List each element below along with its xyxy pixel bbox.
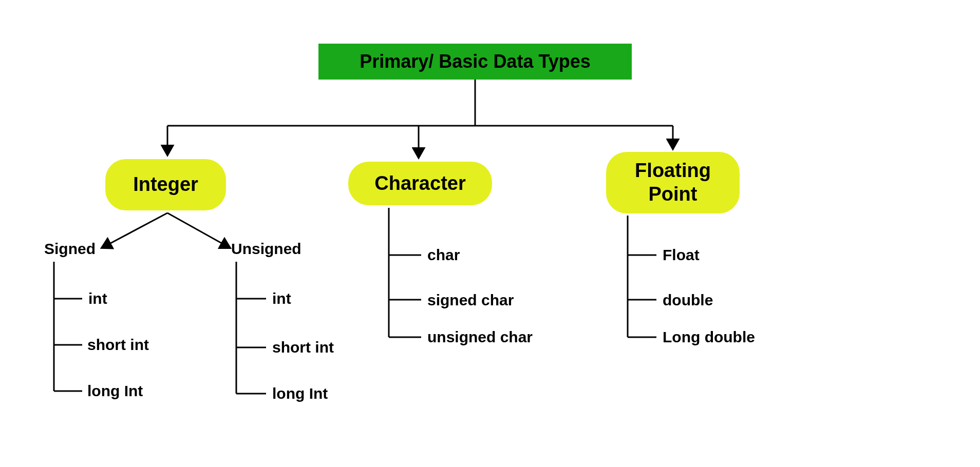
category-floating-label: Floating Point — [627, 159, 719, 206]
root-title: Primary/ Basic Data Types — [360, 51, 591, 72]
category-character-label: Character — [374, 172, 465, 196]
sub-unsigned-label: Unsigned — [231, 240, 301, 258]
root-node: Primary/ Basic Data Types — [318, 44, 632, 80]
unsigned-item-2: long Int — [272, 385, 328, 402]
category-integer-label: Integer — [133, 173, 198, 197]
category-integer: Integer — [105, 159, 226, 210]
float-item-1: double — [663, 291, 713, 309]
char-item-0: char — [427, 246, 460, 264]
svg-line-6 — [167, 213, 229, 247]
float-item-2: Long double — [663, 328, 755, 346]
signed-item-0: int — [88, 290, 107, 307]
char-item-2: unsigned char — [427, 328, 533, 346]
svg-line-5 — [103, 213, 167, 247]
category-floating: Floating Point — [606, 152, 740, 213]
float-item-0: Float — [663, 246, 700, 264]
unsigned-item-0: int — [272, 290, 291, 307]
signed-item-2: long Int — [87, 382, 143, 400]
unsigned-item-1: short int — [272, 339, 334, 356]
sub-signed-label: Signed — [44, 240, 96, 258]
signed-item-1: short int — [87, 336, 149, 354]
category-character: Character — [348, 162, 492, 205]
char-item-1: signed char — [427, 291, 514, 309]
